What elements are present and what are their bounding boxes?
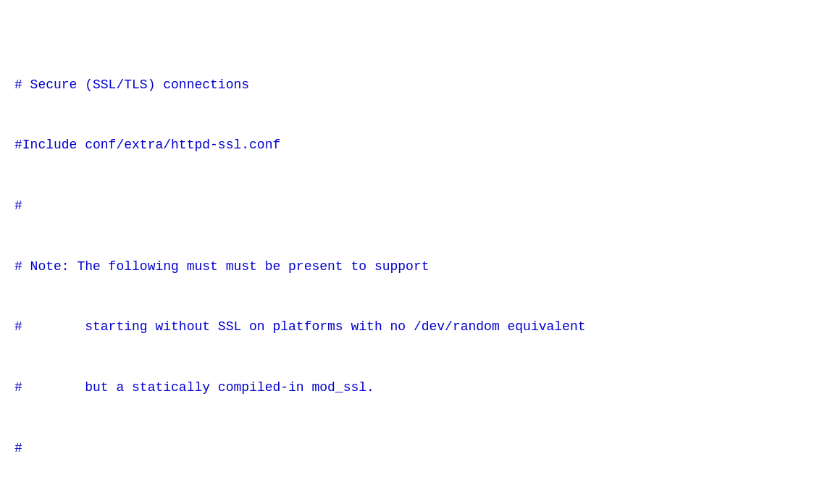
code-line-1: # Secure (SSL/TLS) connections: [14, 75, 803, 96]
code-line-7: #: [14, 439, 803, 459]
code-line-6: # but a statically compiled-in mod_ssl.: [14, 378, 803, 398]
code-line-2: #Include conf/extra/httpd-ssl.conf: [14, 135, 803, 156]
code-line-3: #: [14, 196, 803, 217]
code-editor: # Secure (SSL/TLS) connections #Include …: [14, 14, 803, 504]
code-line-5: # starting without SSL on platforms with…: [14, 317, 803, 337]
code-line-4: # Note: The following must must be prese…: [14, 257, 803, 277]
